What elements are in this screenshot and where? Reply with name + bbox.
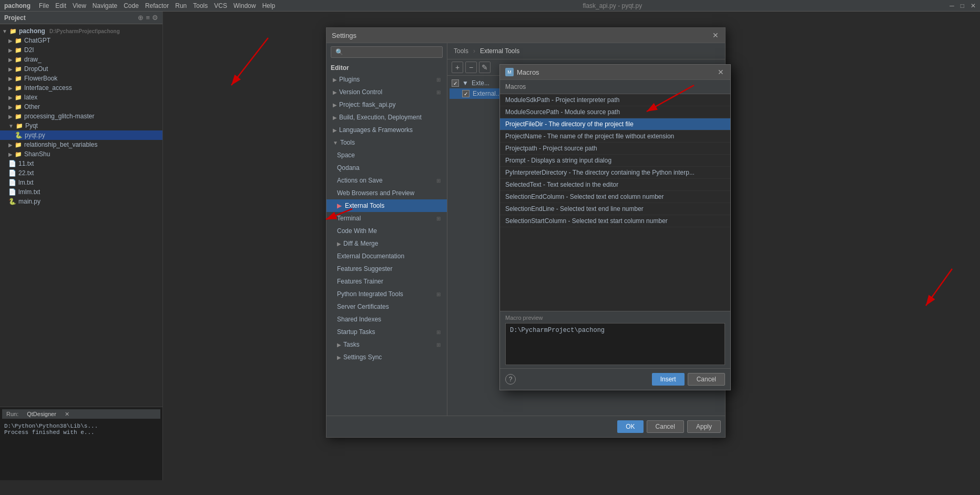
settings-nav: Editor ▶ Plugins ⊞ ▶ Version Control ⊞ bbox=[326, 43, 447, 416]
nav-python-tools[interactable]: Python Integrated Tools ⊞ bbox=[326, 288, 447, 300]
svg-line-1 bbox=[926, 269, 952, 306]
tree-item-pyqt-py[interactable]: 🐍 pyqt.py bbox=[0, 130, 162, 140]
nav-diff-merge[interactable]: ▶ Diff & Merge bbox=[326, 237, 447, 250]
nav-version-control[interactable]: ▶ Version Control ⊞ bbox=[326, 86, 447, 98]
menu-item-window[interactable]: Window bbox=[233, 2, 256, 9]
macro-item-9[interactable]: SelectionEndLine - Selected text end lin… bbox=[500, 203, 730, 215]
macros-insert-button[interactable]: Insert bbox=[652, 373, 685, 386]
macro-item-2[interactable]: ProjectFileDir - The directory of the pr… bbox=[500, 118, 730, 130]
nav-tools[interactable]: ▼ Tools bbox=[326, 136, 447, 149]
nav-external-tools[interactable]: ▶ External Tools bbox=[326, 199, 447, 212]
macro-item-4[interactable]: Projectpath - Project source path bbox=[500, 143, 730, 155]
settings-search-input[interactable] bbox=[331, 46, 443, 58]
tool-group-checkbox[interactable]: ✓ bbox=[452, 79, 459, 87]
settings-cancel-button[interactable]: Cancel bbox=[647, 420, 684, 433]
nav-terminal[interactable]: Terminal ⊞ bbox=[326, 212, 447, 225]
macro-item-7[interactable]: SelectedText - Text selected in the edit… bbox=[500, 179, 730, 191]
menu-item-navigate[interactable]: Navigate bbox=[93, 2, 117, 9]
run-header: Run: QtDesigner ✕ bbox=[2, 409, 160, 419]
add-tool-button[interactable]: + bbox=[452, 62, 463, 73]
tree-item-flowerbook[interactable]: ▶ 📁 FlowerBook bbox=[0, 74, 162, 83]
nav-shared-indexes[interactable]: Shared Indexes bbox=[326, 313, 447, 326]
nav-startup-tasks[interactable]: Startup Tasks ⊞ bbox=[326, 326, 447, 338]
macros-close-button[interactable]: ✕ bbox=[717, 68, 725, 76]
tree-item-22txt[interactable]: 📄 22.txt bbox=[0, 168, 162, 178]
nav-features-trainer[interactable]: Features Trainer bbox=[326, 275, 447, 288]
macro-item-3[interactable]: ProjectName - The name of the project fi… bbox=[500, 130, 730, 143]
nav-actions-on-save[interactable]: Actions on Save ⊞ bbox=[326, 174, 447, 187]
nav-languages[interactable]: ▶ Languages & Frameworks bbox=[326, 124, 447, 136]
tool-checkbox[interactable]: ✓ bbox=[462, 90, 469, 97]
macro-item-1[interactable]: ModuleSourcePath - Module source path bbox=[500, 106, 730, 118]
tree-item-lmtxt[interactable]: 📄 lm.txt bbox=[0, 178, 162, 187]
edit-tool-button[interactable]: ✎ bbox=[479, 62, 491, 73]
tree-item-latex[interactable]: ▶ 📁 latex bbox=[0, 93, 162, 102]
settings-apply-button[interactable]: Apply bbox=[687, 420, 721, 433]
menu-item-vcs[interactable]: VCS bbox=[214, 2, 227, 9]
macros-cancel-button[interactable]: Cancel bbox=[688, 373, 725, 386]
macros-help-button[interactable]: ? bbox=[505, 374, 516, 385]
menu-item-view[interactable]: View bbox=[73, 2, 86, 9]
macros-footer: ? Insert Cancel bbox=[500, 368, 730, 390]
menu-item-code[interactable]: Code bbox=[124, 2, 139, 9]
menu-item-run[interactable]: Run bbox=[175, 2, 187, 9]
svg-line-7 bbox=[231, 38, 268, 85]
nav-qodana[interactable]: Qodana bbox=[326, 161, 447, 174]
nav-features-suggester[interactable]: Features Suggester bbox=[326, 262, 447, 275]
editor-area: Settings ✕ Editor ▶ Plugins bbox=[163, 12, 980, 480]
tree-item-draw[interactable]: ▶ 📁 draw_ bbox=[0, 55, 162, 64]
nav-server-certs[interactable]: Server Certificates bbox=[326, 300, 447, 313]
nav-build[interactable]: ▶ Build, Execution, Deployment bbox=[326, 111, 447, 124]
tree-item-processing[interactable]: ▶ 📁 processing_glitch-master bbox=[0, 112, 162, 121]
tree-item-interface[interactable]: ▶ 📁 Interface_access bbox=[0, 83, 162, 93]
menu-item-refactor[interactable]: Refactor bbox=[145, 2, 169, 9]
settings-nav-list: Editor ▶ Plugins ⊞ ▶ Version Control ⊞ bbox=[326, 61, 447, 363]
remove-tool-button[interactable]: − bbox=[465, 62, 477, 73]
tree-item-d2i[interactable]: ▶ 📁 D2I bbox=[0, 45, 162, 55]
project-icon-3[interactable]: ⚙ bbox=[152, 14, 158, 22]
macro-item-8[interactable]: SelectionEndColumn - Selected text end c… bbox=[500, 191, 730, 203]
nav-settings-sync[interactable]: ▶ Settings Sync bbox=[326, 351, 447, 363]
tree-item-relationship[interactable]: ▶ 📁 relationship_bet_variables bbox=[0, 140, 162, 149]
tree-root[interactable]: ▼ 📁 pachong D:\PycharmProject\pachong bbox=[0, 26, 162, 36]
project-icon-1[interactable]: ⊕ bbox=[138, 14, 144, 22]
nav-project[interactable]: ▶ Project: flask_api.py bbox=[326, 98, 447, 111]
tree-item-pyqt[interactable]: ▼ 📁 Pyqt bbox=[0, 121, 162, 130]
root-label: pachong bbox=[19, 27, 45, 35]
red-arrow-preview bbox=[921, 264, 963, 316]
settings-ok-button[interactable]: OK bbox=[617, 420, 643, 433]
project-icon-2[interactable]: ≡ bbox=[146, 14, 150, 22]
tree-item-dropout[interactable]: ▶ 📁 DropOut bbox=[0, 64, 162, 74]
tree-item-other[interactable]: ▶ 📁 Other bbox=[0, 102, 162, 112]
menu-item-file[interactable]: File bbox=[39, 2, 49, 9]
minimize-btn[interactable]: ─ bbox=[950, 2, 954, 9]
tool-label: External... bbox=[473, 90, 501, 97]
tree-item-shanshu[interactable]: ▶ 📁 ShanShu bbox=[0, 149, 162, 159]
tree-item-lmlmtxt[interactable]: 📄 lmlm.txt bbox=[0, 187, 162, 197]
macro-item-10[interactable]: SelectionStartColumn - Selected text sta… bbox=[500, 215, 730, 227]
macros-dialog: M Macros ✕ Macros ModuleSdkPath - Projec… bbox=[499, 64, 731, 390]
nav-web-browsers[interactable]: Web Browsers and Preview bbox=[326, 187, 447, 199]
nav-code-with-me[interactable]: Code With Me bbox=[326, 225, 447, 237]
nav-plugins[interactable]: ▶ Plugins ⊞ bbox=[326, 73, 447, 86]
tree-item-mainpy[interactable]: 🐍 main.py bbox=[0, 197, 162, 206]
close-btn[interactable]: ✕ bbox=[971, 2, 976, 9]
menu-item-edit[interactable]: Edit bbox=[55, 2, 66, 9]
nav-tasks[interactable]: ▶ Tasks ⊞ bbox=[326, 338, 447, 351]
macros-title-area: M Macros bbox=[505, 68, 539, 76]
nav-external-doc[interactable]: External Documentation bbox=[326, 250, 447, 262]
macro-item-0[interactable]: ModuleSdkPath - Project interpreter path bbox=[500, 94, 730, 106]
breadcrumb-tools[interactable]: Tools bbox=[454, 47, 468, 55]
settings-close-button[interactable]: ✕ bbox=[711, 31, 720, 39]
tree-item-chatgpt[interactable]: ▶ 📁 ChatGPT bbox=[0, 36, 162, 45]
maximize-btn[interactable]: □ bbox=[961, 2, 964, 9]
run-tab[interactable]: QtDesigner bbox=[23, 410, 60, 418]
macro-item-6[interactable]: PyInterpreterDirectory - The directory c… bbox=[500, 167, 730, 179]
nav-space[interactable]: Space bbox=[326, 149, 447, 161]
tree-item-11txt[interactable]: 📄 11.txt bbox=[0, 159, 162, 168]
macro-item-5[interactable]: Prompt - Displays a string input dialog bbox=[500, 155, 730, 167]
menu-item-help[interactable]: Help bbox=[262, 2, 275, 9]
macros-footer-buttons: Insert Cancel bbox=[652, 373, 725, 386]
run-close[interactable]: ✕ bbox=[65, 411, 69, 418]
menu-item-tools[interactable]: Tools bbox=[193, 2, 208, 9]
